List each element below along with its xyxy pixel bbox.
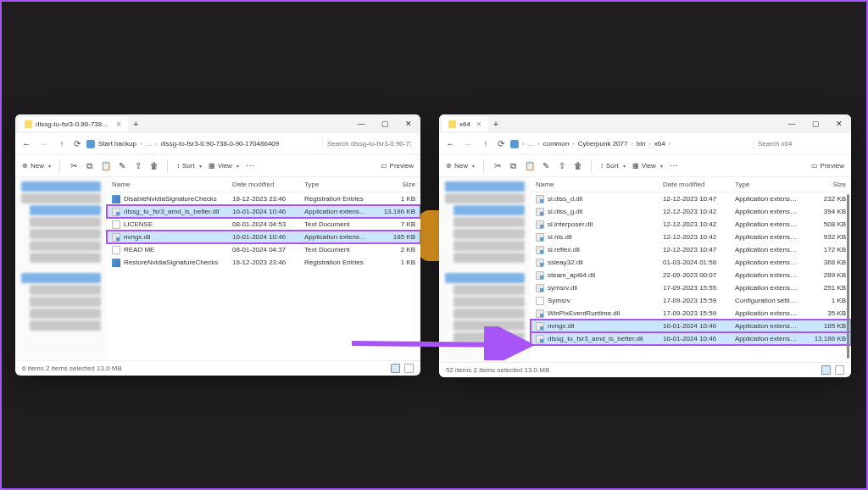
icons-view-icon[interactable]: [404, 364, 414, 373]
new-button[interactable]: ⊕ New▾: [446, 162, 475, 170]
statusbar: 6 items 2 items selected 13.0 MB: [15, 360, 420, 376]
details-view-icon[interactable]: [821, 365, 831, 375]
new-button[interactable]: ⊕ New▾: [22, 162, 51, 170]
column-headers[interactable]: Name Date modified Type Size: [107, 177, 420, 192]
file-row[interactable]: sl.nis.dll 12-12-2023 10:42 Application …: [531, 231, 851, 243]
forward-button[interactable]: →: [38, 139, 50, 148]
back-button[interactable]: ←: [20, 139, 32, 148]
txt-file-icon: [536, 297, 544, 305]
statusbar: 52 items 2 items selected 13.0 MB: [439, 362, 851, 377]
refresh-button[interactable]: ⟳: [74, 139, 81, 148]
titlebar[interactable]: dlssg-to-fsr3-0.90-738-0-90-17… × + — ▢ …: [15, 114, 420, 133]
close-button[interactable]: ✕: [827, 114, 851, 133]
dll-file-icon: [536, 259, 544, 267]
file-row[interactable]: sl.dlss_d.dll 12-12-2023 10:47 Applicati…: [531, 192, 851, 205]
details-view-icon[interactable]: [391, 364, 400, 373]
rename-icon[interactable]: ✎: [541, 161, 550, 170]
file-row[interactable]: DisableNvidiaSignatureChecks 18-12-2023 …: [107, 192, 420, 205]
sort-button[interactable]: ↕ Sort▾: [600, 162, 626, 170]
breadcrumb[interactable]: Start backup › … › dlssg-to-fsr3-0.90-73…: [86, 140, 316, 148]
dll-file-icon: [536, 271, 544, 280]
refresh-button[interactable]: ⟳: [498, 139, 504, 148]
chevron-right-icon: ›: [155, 141, 157, 147]
dll-file-icon: [536, 195, 544, 203]
sidebar[interactable]: [439, 177, 531, 362]
tab-active[interactable]: dlssg-to-fsr3-0.90-738-0-90-17… ×: [18, 117, 128, 131]
icons-view-icon[interactable]: [835, 365, 844, 375]
cut-icon[interactable]: ✂: [69, 161, 78, 170]
delete-icon[interactable]: 🗑: [149, 161, 159, 170]
file-list[interactable]: Name Date modified Type Size DisableNvid…: [107, 177, 420, 360]
dll-file-icon: [536, 208, 544, 216]
column-headers[interactable]: Name Date modified Type Size: [531, 177, 851, 192]
file-row[interactable]: READ ME 08-01-2024 04:37 Text Document 2…: [107, 243, 420, 256]
preview-button[interactable]: ▭ Preview: [381, 162, 414, 170]
tab-active[interactable]: x64 ×: [442, 117, 488, 131]
folder-icon: [25, 120, 32, 128]
monitor-icon: [86, 140, 95, 148]
new-tab-button[interactable]: +: [133, 119, 138, 129]
copy-icon[interactable]: ⧉: [85, 161, 94, 170]
titlebar[interactable]: x64 × + — ▢ ✕: [439, 114, 851, 133]
dll-file-icon: [536, 284, 544, 292]
rename-icon[interactable]: ✎: [117, 161, 126, 170]
view-button[interactable]: ▦ View▾: [632, 162, 663, 170]
delete-icon[interactable]: 🗑: [573, 161, 582, 170]
file-row[interactable]: steam_api64.dll 22-09-2023 00:07 Applica…: [531, 269, 851, 281]
folder-icon: [448, 120, 456, 128]
tab-title: x64: [459, 120, 470, 128]
file-list[interactable]: Name Date modified Type Size sl.dlss_d.d…: [531, 177, 851, 362]
file-row[interactable]: nvngx.dll 10-01-2024 10:46 Application e…: [107, 231, 420, 243]
minimize-button[interactable]: —: [349, 114, 373, 133]
breadcrumb[interactable]: › … › common › Cyberpunk 2077 › bin › x6…: [510, 140, 747, 148]
close-tab-icon[interactable]: ×: [116, 120, 121, 129]
file-row[interactable]: sl.dlss_g.dll 12-12-2023 10:42 Applicati…: [531, 205, 851, 218]
view-button[interactable]: ▦ View▾: [209, 162, 239, 170]
paste-icon[interactable]: 📋: [525, 161, 534, 170]
up-button[interactable]: ↑: [480, 139, 492, 148]
scrollbar[interactable]: [847, 194, 849, 359]
maximize-button[interactable]: ▢: [804, 114, 827, 133]
share-icon[interactable]: ⇪: [133, 161, 142, 170]
file-row[interactable]: WinPixEventRuntime.dll 17-09-2023 15:59 …: [531, 307, 851, 320]
minimize-button[interactable]: —: [780, 114, 804, 133]
share-icon[interactable]: ⇪: [557, 161, 566, 170]
toolbar: ⊕ New▾ ✂ ⧉ 📋 ✎ ⇪ 🗑 ↕ Sort▾ ▦ View▾ ⋯ ▭ P…: [15, 155, 420, 177]
monitor-icon: [510, 140, 519, 148]
cut-icon[interactable]: ✂: [492, 161, 502, 170]
close-tab-icon[interactable]: ×: [476, 120, 481, 129]
paste-icon[interactable]: 📋: [101, 161, 110, 170]
close-button[interactable]: ✕: [397, 114, 420, 133]
sidebar[interactable]: [15, 177, 107, 360]
file-row[interactable]: symsrv.dll 17-09-2023 15:55 Application …: [531, 281, 851, 294]
file-row[interactable]: sl.interposer.dll 12-12-2023 10:42 Appli…: [531, 218, 851, 231]
reg-file-icon: [112, 195, 120, 203]
up-button[interactable]: ↑: [56, 139, 68, 148]
maximize-button[interactable]: ▢: [373, 114, 397, 133]
chevron-right-icon: ›: [140, 141, 142, 147]
toolbar: ⊕ New▾ ✂ ⧉ 📋 ✎ ⇪ 🗑 ↕ Sort▾ ▦ View▾ ⋯ ▭ P…: [439, 155, 851, 177]
forward-button[interactable]: →: [462, 139, 474, 148]
file-row[interactable]: dlssg_to_fsr3_amd_is_better.dll 10-01-20…: [531, 332, 851, 345]
tab-title: dlssg-to-fsr3-0.90-738-0-90-17…: [36, 120, 110, 128]
file-row[interactable]: Symsrv 17-09-2023 15:59 Configuration se…: [531, 294, 851, 307]
explorer-window-source: dlssg-to-fsr3-0.90-738-0-90-17… × + — ▢ …: [15, 114, 420, 376]
more-icon[interactable]: ⋯: [246, 161, 255, 170]
search-input[interactable]: [322, 137, 415, 150]
copy-icon[interactable]: ⧉: [509, 161, 518, 170]
file-row[interactable]: LICENSE 08-01-2024 04:53 Text Document 7…: [107, 218, 420, 231]
search-input[interactable]: [753, 137, 846, 150]
file-row[interactable]: nvngx.dll 10-01-2024 10:46 Application e…: [531, 320, 851, 332]
sort-button[interactable]: ↕ Sort▾: [176, 162, 202, 170]
back-button[interactable]: ←: [444, 139, 456, 148]
reg-file-icon: [112, 259, 120, 267]
file-row[interactable]: RestoreNvidiaSignatureChecks 18-12-2023 …: [107, 256, 420, 269]
file-row[interactable]: dlssg_to_fsr3_amd_is_better.dll 10-01-20…: [107, 205, 420, 218]
more-icon[interactable]: ⋯: [670, 161, 679, 170]
dll-file-icon: [536, 309, 544, 318]
file-row[interactable]: sl.reflex.dll 12-12-2023 10:47 Applicati…: [531, 243, 851, 256]
preview-button[interactable]: ▭ Preview: [811, 162, 844, 170]
file-row[interactable]: ssleay32.dll 01-03-2024 01:58 Applicatio…: [531, 256, 851, 269]
new-tab-button[interactable]: +: [493, 119, 498, 129]
txt-file-icon: [112, 246, 120, 254]
